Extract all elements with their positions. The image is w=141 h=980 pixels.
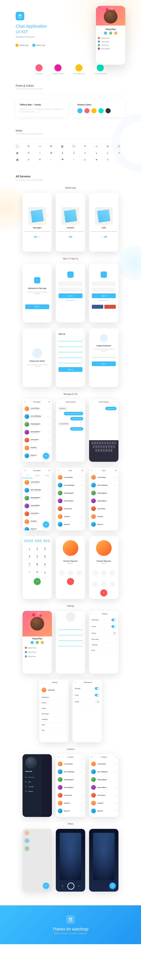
- chat-screen: ←Hoang Nguyen⋮ Hello thereHi! How are yo…: [56, 399, 85, 462]
- svg-point-2: [69, 918, 70, 919]
- inbox-screen: Check your inbox!Lorem ipsum dolor sit a…: [22, 328, 52, 387]
- menu-icon: ≡: [27, 158, 30, 161]
- list-item[interactable]: Chris EvansOn my way3 hr: [22, 436, 52, 444]
- walkthrough-screen: MessagesLorem ipsum dolor sit amet conse…: [22, 193, 52, 252]
- app-logo: [16, 12, 24, 21]
- color-swatch: [92, 108, 97, 113]
- chat-icon: ◧: [61, 145, 64, 148]
- list-item[interactable]: Chris Evans3 hr: [89, 505, 119, 512]
- list-item[interactable]: Anne Hathaway14 min: [89, 481, 119, 489]
- list-item[interactable]: Anne HathawaySee you tomorrow14 min: [22, 486, 52, 494]
- list-item[interactable]: Anne Hathaway14 min: [56, 481, 85, 489]
- list-item[interactable]: Hoang Nguyen1 hr: [56, 489, 85, 497]
- list-item[interactable]: Robert D1 d: [56, 807, 85, 815]
- footer-logo: [66, 915, 75, 924]
- incall-screen: Hoang Nguyen 00:42 ✆: [89, 536, 119, 599]
- messages-tabs-screen: ≡Messages⚙ AllGroupsUnread Leonel MessiH…: [22, 468, 52, 530]
- call-button[interactable]: ✆: [34, 578, 41, 585]
- list-item[interactable]: Leonel Messi2 min: [56, 473, 85, 481]
- location-icon: ⬥: [95, 151, 98, 154]
- signin-button[interactable]: Sign In: [59, 293, 82, 298]
- shutter-button[interactable]: [67, 883, 74, 889]
- info-icon: ⓘ: [72, 145, 75, 148]
- forward-icon: →: [72, 158, 75, 161]
- keyboard[interactable]: QWERTYUIOP ASDFGHJKL ZXCVBNM: [89, 440, 119, 462]
- calls-list-screen: ≡Calls⚙ Leonel Messi2 minAnne Hathaway14…: [89, 468, 119, 530]
- list-item[interactable]: Hoang Nguyen1 hr: [56, 776, 85, 783]
- section-heading: Fonts & Colors: [16, 84, 125, 87]
- list-item[interactable]: Scarlett J5 hr: [89, 512, 119, 520]
- icon-grid: ◯ ✆ ▭ ✉ ◧ ⓘ ✎ ⫘ ⧉ ☑ ◉ ↻ ☆ ⚙ ↥ ↧ ◊ ⬥ ↙ ↗ …: [16, 145, 125, 161]
- list-item[interactable]: Emma Watson2 hr: [56, 497, 85, 505]
- flag-icon: ⚑: [61, 158, 64, 161]
- list-item[interactable]: Chris EvansOn my way3 hr: [22, 510, 52, 518]
- list-item[interactable]: Robert D1 d: [56, 520, 85, 528]
- list-item[interactable]: Hoang NguyenThanks a lot!1 hr: [22, 420, 52, 428]
- list-item[interactable]: Scarlett JCall me back5 hr: [22, 444, 52, 452]
- list-item[interactable]: Leonel MessiHey, how are you?2 min: [22, 479, 52, 486]
- subsection-title: Walkthrough: [12, 187, 129, 189]
- list-item[interactable]: Anne HathawaySee you tomorrow14 min: [22, 412, 52, 420]
- list-item[interactable]: Chris Evans3 hr: [89, 791, 119, 799]
- settings-screen: ←Settings Notifications Sounds Privacy D…: [89, 611, 119, 674]
- list-item[interactable]: Anne Hathaway14 min: [89, 768, 119, 776]
- chat-keyboard-screen: ←Hoang Nguyen⋮ See you soon QWERTYUIOP A…: [89, 399, 119, 462]
- list-item[interactable]: Hoang NguyenThanks a lot!1 hr: [22, 494, 52, 502]
- mail-icon: ✉: [49, 145, 53, 148]
- list-item[interactable]: Robert D1 d: [89, 807, 119, 815]
- list-item[interactable]: Emma Watson2 hr: [89, 783, 119, 791]
- list-item[interactable]: Emma Watson2 hr: [56, 783, 85, 791]
- hangup-button[interactable]: ✆: [67, 578, 74, 585]
- walkthrough-screen: ContactsLorem ipsum dolor sit amet conse…: [56, 193, 85, 252]
- list-item[interactable]: Anne Hathaway14 min: [56, 768, 85, 776]
- footer-title: Thanks for watching!: [10, 927, 131, 931]
- call-out-icon: ↗: [117, 151, 120, 154]
- feature-row: 40+ Screens Organized Layers Free Google…: [0, 64, 141, 74]
- forgot-screen: Forgot PasswordLorem ipsum dolor sit ame…: [89, 328, 119, 387]
- list-item[interactable]: Robert D1 d: [89, 520, 119, 528]
- user-icon: ◯: [16, 145, 19, 148]
- phone-icon: ✆: [27, 145, 30, 148]
- list-item[interactable]: Emma WatsonSounds good2 hr: [22, 502, 52, 510]
- color-swatch: [106, 108, 111, 113]
- grid-icon: ▦: [16, 158, 19, 161]
- profile-name: Hong Phat: [98, 28, 124, 30]
- signin-button[interactable]: Sign In: [25, 304, 49, 309]
- list-item[interactable]: Scarlett J5 hr: [89, 799, 119, 807]
- link-icon: ⫘: [95, 145, 98, 148]
- svg-point-3: [71, 918, 72, 919]
- list-item[interactable]: Hoang Nguyen1 hr: [89, 489, 119, 497]
- list-item[interactable]: Leonel Messi2 min: [56, 760, 85, 768]
- password-field[interactable]: [59, 288, 82, 292]
- camera-confirm-screen: ✓: [89, 829, 119, 892]
- list-item[interactable]: Scarlett J5 hr: [56, 799, 85, 807]
- mic-icon: ◊: [84, 151, 87, 154]
- list-item[interactable]: Leonel Messi2 min: [89, 760, 119, 768]
- hero-section: Chat ApplicationUI KIT Available for iPh…: [0, 0, 141, 54]
- settings-detail-screen: ←Notifications Message Group Vibrate: [73, 679, 102, 742]
- list-item[interactable]: Leonel MessiHey, how are you?2 min: [22, 405, 52, 412]
- walkthrough-screen: CallsLorem ipsum dolor sit amet consecte…: [89, 193, 119, 252]
- fonts-section: Fonts & Colors Lorem ipsum dolor sit ame…: [0, 78, 141, 123]
- edit-icon: ✎: [84, 145, 87, 148]
- upload-icon: ↥: [61, 151, 64, 154]
- color-swatch: [78, 108, 82, 113]
- list-item[interactable]: Leonel Messi2 min: [89, 473, 119, 481]
- hero-phone-mockup: Hong Phat Mobile Phone Home Phone Email …: [96, 6, 125, 65]
- color-swatch: [84, 108, 89, 113]
- screens-section: All Screens Lorem ipsum dolor sit amet c…: [0, 167, 141, 905]
- copy-icon: ⧉: [106, 145, 109, 148]
- svg-point-1: [21, 14, 21, 15]
- list-item[interactable]: Emma Watson2 hr: [89, 497, 119, 505]
- settings-list-screen: ←Settings Hong Phat Notifications› Sound…: [39, 679, 68, 742]
- list-item[interactable]: Scarlett J5 hr: [56, 512, 85, 520]
- contacts-screen: ≡Contacts+ Leonel Messi2 minAnne Hathawa…: [56, 754, 85, 817]
- list-item[interactable]: Chris Evans3 hr: [56, 505, 85, 512]
- list-item[interactable]: Hoang Nguyen1 hr: [89, 776, 119, 783]
- email-field[interactable]: [59, 282, 82, 286]
- list-item[interactable]: Emma WatsonSounds good2 hr: [22, 428, 52, 436]
- signin-screen: Sign InForgot Password?: [56, 264, 85, 323]
- blur-modal-screen: +: [22, 829, 52, 892]
- compose-fab[interactable]: +: [43, 453, 49, 459]
- list-item[interactable]: Chris Evans3 hr: [56, 791, 85, 799]
